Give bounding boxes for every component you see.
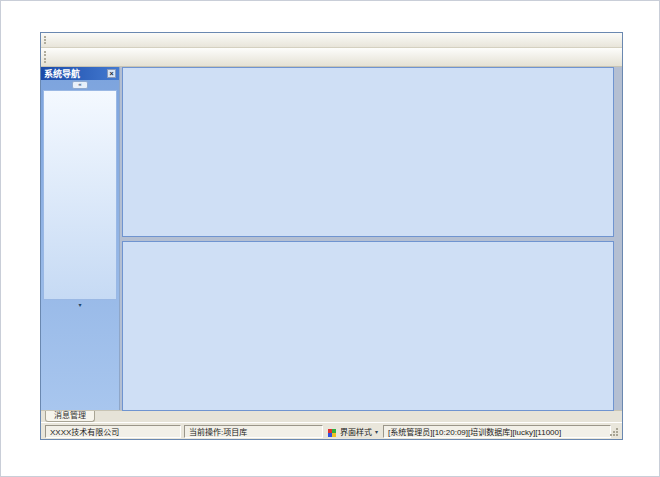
main-toolbar	[41, 48, 622, 67]
app-body: 系统导航 × « ▾	[41, 67, 622, 410]
window-project-gantt	[122, 67, 614, 237]
status-company: XXXX技术有限公司	[45, 425, 181, 438]
sidebar-close-icon[interactable]: ×	[107, 69, 116, 78]
mdi-area	[119, 67, 622, 410]
sidebar-title: 系统导航	[44, 67, 80, 80]
sidebar: 系统导航 × « ▾	[41, 67, 119, 410]
bottom-tab-row: 消息管理	[41, 410, 622, 422]
resize-grip[interactable]	[616, 434, 618, 436]
sidebar-header: 系统导航 ×	[41, 67, 119, 80]
status-operation: 当前操作:项目库	[184, 425, 323, 438]
page: 系统导航 × « ▾ 消息管理 XXXX技术有限公司 当前操作:项目库	[0, 0, 660, 477]
app-window: 系统导航 × « ▾ 消息管理 XXXX技术有限公司 当前操作:项目库	[40, 32, 623, 440]
sidebar-collapse-button[interactable]: «	[72, 81, 88, 89]
status-bar: XXXX技术有限公司 当前操作:项目库 界面样式 ▾ [系统管理员][10:20…	[41, 422, 622, 439]
status-session: [系统管理员][10:20:09][培训数据库][lucky][11000]	[383, 425, 611, 438]
sidebar-overflow[interactable]: ▾	[41, 300, 119, 308]
chevron-down-icon: ▾	[375, 428, 378, 435]
style-palette-icon	[328, 429, 332, 433]
sidebar-item-list	[43, 90, 117, 300]
style-label: 界面样式	[340, 426, 372, 437]
menu-bar	[41, 33, 622, 48]
tab-message-management[interactable]: 消息管理	[45, 411, 95, 422]
interface-style-button[interactable]: 界面样式 ▾	[326, 426, 380, 437]
window-project-progress	[122, 241, 614, 411]
sidebar-collapse-strip: «	[41, 80, 119, 90]
